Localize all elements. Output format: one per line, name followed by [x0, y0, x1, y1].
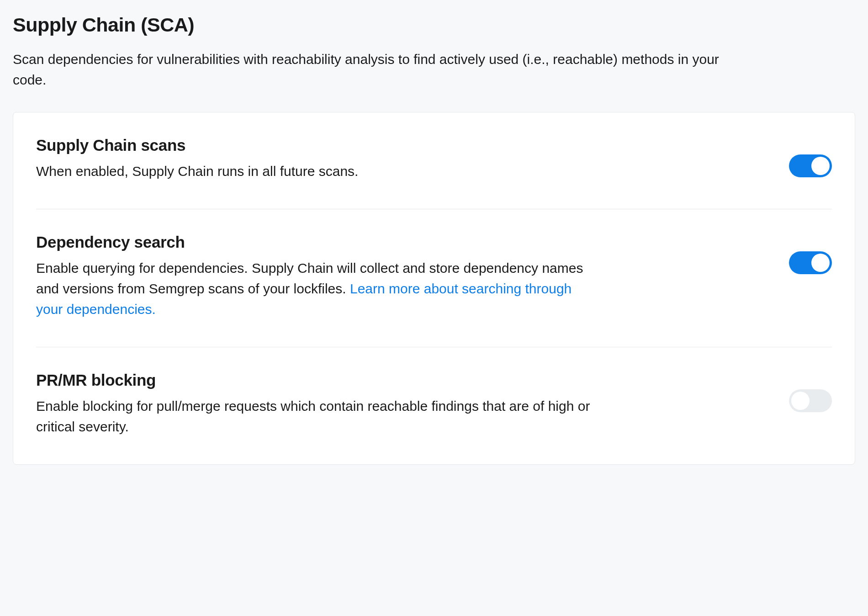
page-subtitle: Scan dependencies for vulnerabilities wi… [13, 49, 721, 90]
setting-supply-chain-scans: Supply Chain scans When enabled, Supply … [36, 112, 832, 209]
toggle-pr-mr-blocking[interactable] [789, 389, 832, 412]
toggle-knob [811, 157, 830, 175]
settings-card: Supply Chain scans When enabled, Supply … [13, 112, 855, 465]
setting-text: PR/MR blocking Enable blocking for pull/… [36, 371, 593, 437]
setting-text: Dependency search Enable querying for de… [36, 233, 593, 319]
toggle-wrap [789, 136, 832, 177]
setting-title-pr-mr-blocking: PR/MR blocking [36, 371, 593, 389]
setting-desc-pr-mr-blocking: Enable blocking for pull/merge requests … [36, 396, 593, 437]
setting-title-dependency-search: Dependency search [36, 233, 593, 251]
toggle-dependency-search[interactable] [789, 251, 832, 274]
page-title: Supply Chain (SCA) [13, 14, 855, 36]
toggle-knob [791, 392, 810, 410]
setting-desc-dependency-search: Enable querying for dependencies. Supply… [36, 258, 593, 319]
toggle-wrap [789, 233, 832, 274]
setting-title-supply-chain-scans: Supply Chain scans [36, 136, 593, 154]
toggle-wrap [789, 371, 832, 412]
setting-text: Supply Chain scans When enabled, Supply … [36, 136, 593, 181]
toggle-supply-chain-scans[interactable] [789, 154, 832, 177]
setting-pr-mr-blocking: PR/MR blocking Enable blocking for pull/… [36, 347, 832, 464]
setting-desc-supply-chain-scans: When enabled, Supply Chain runs in all f… [36, 161, 593, 181]
toggle-knob [811, 254, 830, 272]
setting-dependency-search: Dependency search Enable querying for de… [36, 209, 832, 347]
